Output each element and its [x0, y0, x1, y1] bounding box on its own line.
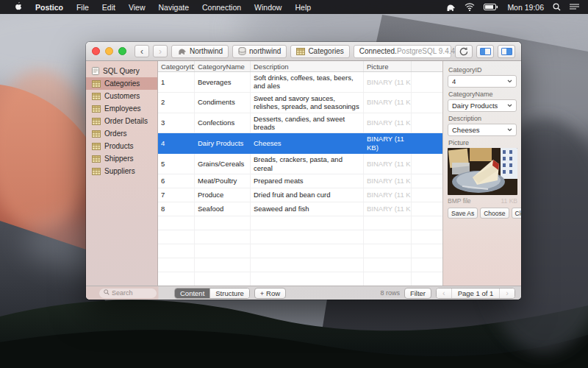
- cheese-photo[interactable]: [448, 148, 517, 195]
- cell-description[interactable]: Breads, crackers, pasta, and cereal: [251, 154, 364, 174]
- battery-icon[interactable]: [484, 4, 498, 10]
- table-row[interactable]: 3ConfectionsDesserts, candies, and sweet…: [158, 113, 442, 134]
- cell-picture[interactable]: BINARY (11 KB): [364, 154, 412, 174]
- breadcrumb-northwind[interactable]: northwind: [232, 45, 287, 58]
- previous-page-button[interactable]: ‹: [437, 289, 452, 298]
- menu-item-postico[interactable]: Postico: [29, 0, 70, 14]
- column-header-description[interactable]: Description: [251, 61, 364, 71]
- table-row[interactable]: 8SeafoodSeaweed and fishBINARY (11 KB): [158, 202, 442, 216]
- table-icon: [92, 80, 101, 88]
- sidebar-item-orders[interactable]: Orders: [86, 127, 157, 140]
- cell-categoryid[interactable]: 7: [158, 188, 195, 202]
- field-dropdown-categoryname[interactable]: Dairy Products: [448, 99, 517, 112]
- cell-picture[interactable]: BINARY (11 KB): [364, 133, 412, 153]
- sidebar-item-customers[interactable]: Customers: [86, 90, 157, 102]
- cell-picture[interactable]: BINARY (11 KB): [364, 113, 412, 133]
- filter-button[interactable]: Filter: [404, 288, 431, 299]
- cell-categoryname[interactable]: Meat/Poultry: [195, 174, 251, 188]
- empty-row[interactable]: [158, 244, 442, 258]
- search-placeholder: Search: [112, 289, 133, 297]
- cell-description[interactable]: Prepared meats: [251, 174, 364, 188]
- sidebar-search-input[interactable]: Search: [99, 289, 157, 298]
- choose-button[interactable]: Choose: [480, 208, 509, 219]
- table-row[interactable]: 2CondimentsSweet and savory sauces, reli…: [158, 93, 442, 113]
- toggle-left-sidebar-button[interactable]: [476, 45, 494, 58]
- empty-row[interactable]: [158, 230, 442, 244]
- menu-item-help[interactable]: Help: [288, 0, 318, 14]
- cell-categoryname[interactable]: Beverages: [195, 72, 251, 92]
- empty-row[interactable]: [158, 258, 442, 272]
- menu-clock[interactable]: Mon 19:06: [507, 3, 544, 12]
- cell-description[interactable]: Cheeses: [251, 133, 364, 153]
- field-dropdown-description[interactable]: Cheeses: [448, 124, 517, 136]
- wifi-icon[interactable]: [465, 3, 475, 11]
- sidebar-item-products[interactable]: Products: [86, 140, 157, 152]
- minimize-button[interactable]: [105, 47, 113, 55]
- segment-content[interactable]: Content: [175, 289, 210, 298]
- menu-item-edit[interactable]: Edit: [96, 0, 122, 14]
- spotlight-search-icon[interactable]: [553, 3, 561, 11]
- segment-structure[interactable]: Structure: [210, 289, 249, 298]
- table-row[interactable]: 7ProduceDried fruit and bean curdBINARY …: [158, 188, 442, 202]
- back-button[interactable]: ‹: [135, 45, 149, 57]
- cell-picture[interactable]: BINARY (11 KB): [364, 174, 412, 188]
- cell-categoryname[interactable]: Condiments: [195, 93, 251, 113]
- menu-item-connection[interactable]: Connection: [196, 0, 248, 14]
- cell-description[interactable]: Soft drinks, coffees, teas, beers, and a…: [251, 72, 364, 92]
- cell-categoryname[interactable]: Grains/Cereals: [195, 154, 251, 174]
- zoom-button[interactable]: [118, 47, 126, 55]
- menu-item-window[interactable]: Window: [248, 0, 288, 14]
- sidebar-item-sql-query[interactable]: SQL Query: [86, 65, 157, 77]
- cell-picture[interactable]: BINARY (11 KB): [364, 188, 412, 202]
- cell-categoryname[interactable]: Dairy Products: [195, 133, 251, 153]
- cell-categoryid[interactable]: 6: [158, 174, 195, 188]
- notification-center-icon[interactable]: [570, 4, 579, 11]
- cell-categoryname[interactable]: Confections: [195, 113, 251, 133]
- cell-picture[interactable]: BINARY (11 KB): [364, 93, 412, 113]
- cell-description[interactable]: Desserts, candies, and sweet breads: [251, 113, 364, 133]
- cell-categoryid[interactable]: 4: [158, 133, 195, 153]
- breadcrumb-northwind[interactable]: Northwind: [171, 45, 229, 58]
- forward-button[interactable]: ›: [153, 45, 168, 57]
- column-header-picture[interactable]: Picture: [364, 61, 412, 71]
- cell-categoryid[interactable]: 8: [158, 202, 195, 216]
- cell-categoryid[interactable]: 2: [158, 93, 195, 113]
- cell-categoryid[interactable]: 1: [158, 72, 195, 92]
- postgres-elephant-icon[interactable]: [445, 3, 456, 12]
- cell-categoryname[interactable]: Produce: [195, 188, 251, 202]
- field-dropdown-categoryid[interactable]: 4: [448, 75, 517, 88]
- column-header-categoryid[interactable]: CategoryID: [158, 61, 195, 71]
- sidebar-item-shippers[interactable]: Shippers: [86, 152, 157, 165]
- sidebar-item-suppliers[interactable]: Suppliers: [86, 165, 157, 177]
- cell-categoryname[interactable]: Seafood: [195, 202, 251, 216]
- menu-item-view[interactable]: View: [122, 0, 152, 14]
- add-row-button[interactable]: + Row: [254, 288, 286, 299]
- menu-item-file[interactable]: File: [70, 0, 96, 14]
- menu-item-navigate[interactable]: Navigate: [152, 0, 196, 14]
- sidebar-item-employees[interactable]: Employees: [86, 102, 157, 115]
- apple-menu[interactable]: [7, 0, 29, 14]
- breadcrumb-categories[interactable]: Categories: [290, 45, 349, 58]
- refresh-button[interactable]: [455, 45, 473, 58]
- empty-row[interactable]: [158, 216, 442, 230]
- close-button[interactable]: [92, 47, 100, 55]
- sidebar-item-categories[interactable]: Categories: [86, 77, 157, 90]
- cell-categoryid[interactable]: 5: [158, 154, 195, 174]
- table-row[interactable]: 6Meat/PoultryPrepared meatsBINARY (11 KB…: [158, 174, 442, 188]
- empty-row[interactable]: [158, 272, 442, 286]
- cell-picture[interactable]: BINARY (11 KB): [364, 202, 412, 216]
- cell-categoryid[interactable]: 3: [158, 113, 195, 133]
- cell-picture[interactable]: BINARY (11 KB): [364, 72, 412, 92]
- toggle-right-sidebar-button[interactable]: [498, 45, 515, 58]
- cell-description[interactable]: Sweet and savory sauces, relishes, sprea…: [251, 93, 364, 113]
- table-row[interactable]: 1BeveragesSoft drinks, coffees, teas, be…: [158, 72, 442, 93]
- save-as-button[interactable]: Save As: [448, 208, 478, 219]
- cell-description[interactable]: Seaweed and fish: [251, 202, 364, 216]
- table-row[interactable]: 5Grains/CerealsBreads, crackers, pasta, …: [158, 154, 442, 174]
- cell-description[interactable]: Dried fruit and bean curd: [251, 188, 364, 202]
- column-header-categoryname[interactable]: CategoryName: [195, 61, 251, 71]
- next-page-button[interactable]: ›: [499, 289, 514, 298]
- sidebar-item-order-details[interactable]: Order Details: [86, 115, 157, 127]
- clear-button[interactable]: Clear: [512, 208, 522, 219]
- table-row[interactable]: 4Dairy ProductsCheesesBINARY (11 KB): [158, 133, 442, 154]
